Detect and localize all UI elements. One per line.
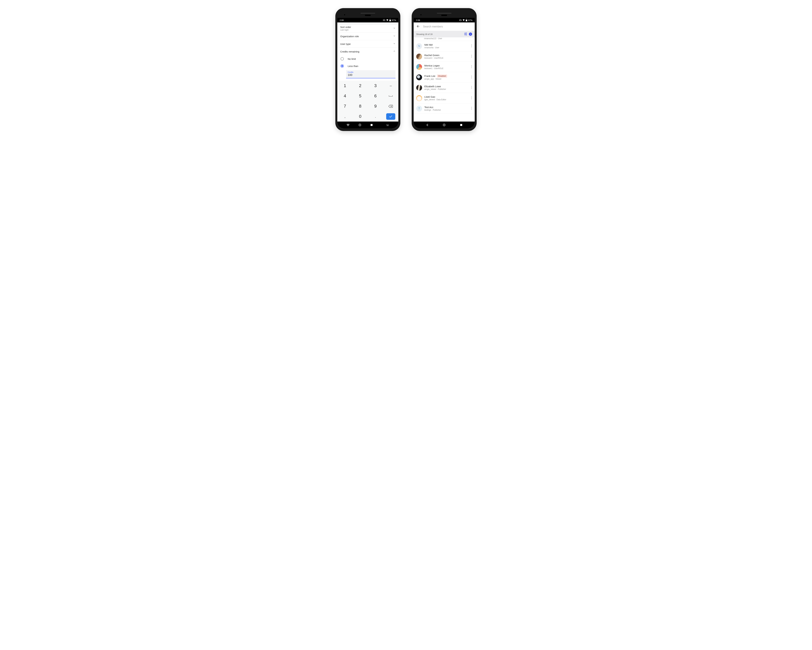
key-9[interactable]: 9 bbox=[368, 101, 383, 111]
key-space[interactable] bbox=[383, 91, 398, 101]
more-icon[interactable] bbox=[470, 75, 473, 80]
key-backspace[interactable] bbox=[383, 101, 398, 111]
key-1[interactable]: 1 bbox=[337, 81, 353, 91]
camera-dot-icon bbox=[420, 14, 422, 15]
svg-point-30 bbox=[471, 66, 472, 67]
filter-user-type[interactable]: User type bbox=[337, 40, 398, 48]
credits-input-value: 100 bbox=[348, 73, 394, 77]
list-item[interactable]: Elizabeth Lowearcgis_viewer · Publisher bbox=[414, 83, 475, 93]
list-item[interactable]: Rachel Greentestuser2 · UserROLE bbox=[414, 51, 475, 62]
earpiece bbox=[337, 11, 398, 18]
nav-back-button[interactable] bbox=[426, 123, 429, 127]
list-item[interactable]: Monica Logantestuser1 · UserROLE bbox=[414, 62, 475, 72]
svg-point-33 bbox=[471, 77, 472, 77]
filter-sort-order[interactable]: Sort order Last login bbox=[337, 24, 398, 32]
key-2[interactable]: 2 bbox=[353, 81, 368, 91]
svg-point-45 bbox=[443, 124, 445, 126]
svg-point-23 bbox=[471, 44, 472, 45]
vibrate-icon bbox=[383, 19, 385, 21]
key-4[interactable]: 4 bbox=[337, 91, 353, 101]
radio-less-than-label: Less than bbox=[348, 65, 358, 67]
avatar bbox=[416, 95, 422, 101]
credits-remaining-label: Credits remaining bbox=[340, 50, 359, 53]
more-icon[interactable] bbox=[470, 44, 473, 49]
screen-right: 2:09 67% bbox=[414, 18, 475, 128]
member-sub: nmanocha122 · User bbox=[424, 37, 442, 40]
android-nav-bar bbox=[414, 122, 475, 128]
svg-rect-6 bbox=[371, 124, 372, 126]
battery-label: 67% bbox=[392, 19, 396, 21]
key-comma[interactable]: , bbox=[337, 111, 353, 122]
key-confirm[interactable] bbox=[383, 111, 398, 122]
svg-point-14 bbox=[388, 125, 389, 125]
key-6[interactable]: 6 bbox=[368, 91, 383, 101]
chevron-down-icon bbox=[393, 27, 395, 30]
member-sub: lgao_devext · Data Editor bbox=[424, 98, 468, 101]
key-0[interactable]: 0 bbox=[353, 111, 368, 122]
svg-rect-16 bbox=[460, 19, 461, 21]
member-list[interactable]: nmanocha122 · User NNM NMnmanocha · User… bbox=[414, 37, 475, 122]
key-dot[interactable]: . bbox=[368, 111, 383, 122]
nav-back-button[interactable] bbox=[346, 123, 350, 127]
svg-point-7 bbox=[386, 124, 387, 124]
radio-no-limit-label: No limit bbox=[348, 58, 356, 60]
svg-point-5 bbox=[359, 124, 360, 126]
list-item[interactable]: Liwei Gaolgao_devext · Data Editor bbox=[414, 93, 475, 103]
search-input[interactable]: Search members bbox=[423, 25, 443, 28]
key-dash[interactable]: – bbox=[383, 81, 398, 91]
numeric-keypad: 1 2 3 – 4 5 6 7 8 9 , bbox=[337, 81, 398, 122]
avatar bbox=[416, 54, 422, 60]
key-8[interactable]: 8 bbox=[353, 101, 368, 111]
chevron-down-icon bbox=[393, 35, 395, 38]
more-icon[interactable] bbox=[470, 106, 473, 111]
member-name: Frank Lee bbox=[424, 75, 435, 77]
org-role-label: Organization role bbox=[340, 35, 359, 38]
back-arrow-icon[interactable] bbox=[416, 24, 420, 29]
more-icon[interactable] bbox=[470, 85, 473, 90]
sort-order-label: Sort order bbox=[340, 26, 351, 28]
camera-dot-icon bbox=[344, 14, 345, 15]
svg-point-35 bbox=[471, 86, 472, 86]
filter-credits-remaining[interactable]: Credits remaining bbox=[337, 48, 398, 55]
nav-recent-button[interactable] bbox=[459, 123, 463, 127]
member-sub: arcgis_viewer · Publisher bbox=[424, 88, 468, 90]
nav-home-button[interactable] bbox=[358, 123, 362, 127]
member-info: Monica Logantestuser1 · UserROLE bbox=[424, 64, 468, 70]
more-icon[interactable] bbox=[470, 96, 473, 101]
list-item[interactable]: TTest Acctesting1 · Publisher bbox=[414, 103, 475, 114]
phone-device-right: 2:09 67% bbox=[412, 8, 477, 131]
svg-rect-22 bbox=[466, 35, 467, 35]
sort-order-value: Last login bbox=[340, 29, 351, 31]
nav-recent-button[interactable] bbox=[370, 123, 373, 127]
filter-org-role[interactable]: Organization role bbox=[337, 32, 398, 40]
search-header: Search members bbox=[414, 23, 475, 31]
phone-frame: 2:09 67% bbox=[414, 11, 475, 128]
svg-rect-3 bbox=[389, 20, 391, 21]
svg-point-29 bbox=[471, 65, 472, 66]
wifi-icon bbox=[462, 19, 465, 21]
radio-less-than[interactable]: Less than bbox=[337, 63, 398, 70]
member-name: NM NM bbox=[424, 43, 433, 46]
key-7[interactable]: 7 bbox=[337, 101, 353, 111]
svg-point-34 bbox=[471, 78, 472, 78]
more-icon[interactable] bbox=[470, 54, 473, 59]
list-item[interactable]: NNM NMnmanocha · User bbox=[414, 41, 475, 51]
avatar bbox=[416, 75, 422, 80]
nav-keyboard-switch-icon[interactable] bbox=[386, 123, 389, 127]
filter-icon[interactable] bbox=[464, 32, 467, 36]
member-sub: testuser2 · UserROLE bbox=[424, 57, 468, 59]
member-name: Elizabeth Lowe bbox=[424, 85, 441, 88]
radio-no-limit[interactable]: No limit bbox=[337, 55, 398, 63]
key-3[interactable]: 3 bbox=[368, 81, 383, 91]
credits-input[interactable]: Credits 100 bbox=[346, 70, 395, 78]
member-info: Liwei Gaolgao_devext · Data Editor bbox=[424, 95, 468, 101]
key-5[interactable]: 5 bbox=[353, 91, 368, 101]
list-item[interactable]: Frank LeeDisabledarcgis_app · Viewer bbox=[414, 72, 475, 83]
battery-icon bbox=[389, 19, 391, 21]
user-type-label: User type bbox=[340, 43, 351, 45]
nav-home-button[interactable] bbox=[443, 123, 446, 127]
status-badge: Disabled bbox=[437, 75, 447, 78]
member-info: Elizabeth Lowearcgis_viewer · Publisher bbox=[424, 85, 468, 90]
more-icon[interactable] bbox=[470, 64, 473, 70]
svg-point-38 bbox=[471, 96, 472, 97]
